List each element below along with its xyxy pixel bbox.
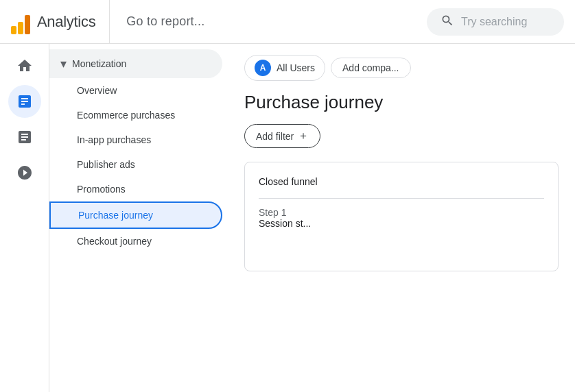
sidebar-item-label: Checkout journey <box>77 236 152 247</box>
sidebar-item-label: Publisher ads <box>77 159 135 170</box>
nav-home-button[interactable] <box>8 49 41 82</box>
main-layout: ▾ Monetization Overview Ecommerce purcha… <box>0 44 575 392</box>
sidebar-item-overview[interactable]: Overview <box>49 78 222 103</box>
sidebar: ▾ Monetization Overview Ecommerce purcha… <box>49 44 228 392</box>
icon-nav <box>0 44 49 392</box>
chevron-down-icon: ▾ <box>60 56 67 71</box>
funnel-card: Closed funnel Step 1 Session st... <box>244 162 559 271</box>
logo-bar-medium <box>18 22 23 34</box>
main-content: A All Users Add compa... Purchase journe… <box>228 44 575 392</box>
funnel-title: Closed funnel <box>259 176 544 187</box>
sidebar-item-promotions[interactable]: Promotions <box>49 177 222 201</box>
sidebar-item-ecommerce[interactable]: Ecommerce purchases <box>49 103 222 127</box>
analytics-logo-icon <box>11 10 30 34</box>
funnel-step-name: Session st... <box>259 218 544 229</box>
sidebar-item-checkout-journey[interactable]: Checkout journey <box>49 229 222 254</box>
plus-icon: ＋ <box>298 129 309 143</box>
logo-area: Analytics <box>11 0 110 43</box>
sidebar-item-label: In-app purchases <box>77 134 151 145</box>
logo-bar-tall <box>25 15 30 34</box>
header-middle: Go to report... <box>110 14 427 29</box>
add-filter-button[interactable]: Add filter ＋ <box>244 124 320 148</box>
step-divider <box>259 198 544 199</box>
avatar: A <box>255 60 271 76</box>
page-title: Purchase journey <box>244 92 559 113</box>
nav-advertising-button[interactable] <box>8 156 41 189</box>
logo-bar-short <box>11 26 16 34</box>
add-filter-label: Add filter <box>256 131 294 142</box>
app-title: Analytics <box>37 13 95 31</box>
sidebar-item-label: Promotions <box>77 184 126 195</box>
add-comparison-button[interactable]: Add compa... <box>331 58 411 78</box>
search-placeholder: Try searching <box>461 16 527 28</box>
sidebar-item-purchase-journey[interactable]: Purchase journey <box>49 201 222 229</box>
sidebar-item-label: Overview <box>77 85 117 96</box>
sidebar-item-label: Purchase journey <box>78 210 153 221</box>
segment-bar: A All Users Add compa... <box>244 55 559 81</box>
sidebar-item-publisher-ads[interactable]: Publisher ads <box>49 152 222 177</box>
segment-label: All Users <box>277 62 315 73</box>
nav-explore-button[interactable] <box>8 121 41 154</box>
header-breadcrumb: Go to report... <box>126 14 204 29</box>
segment-chip-all-users[interactable]: A All Users <box>244 55 325 81</box>
funnel-step-label: Step 1 <box>259 207 544 218</box>
nav-reports-button[interactable] <box>8 85 41 118</box>
search-icon <box>441 14 454 30</box>
sidebar-item-inapp[interactable]: In-app purchases <box>49 127 222 152</box>
sidebar-section-label: Monetization <box>72 58 126 69</box>
search-bar[interactable]: Try searching <box>427 8 564 36</box>
sidebar-section-monetization[interactable]: ▾ Monetization <box>49 49 222 78</box>
filter-bar: Add filter ＋ <box>244 124 559 148</box>
sidebar-item-label: Ecommerce purchases <box>77 110 175 121</box>
top-header: Analytics Go to report... Try searching <box>0 0 575 44</box>
